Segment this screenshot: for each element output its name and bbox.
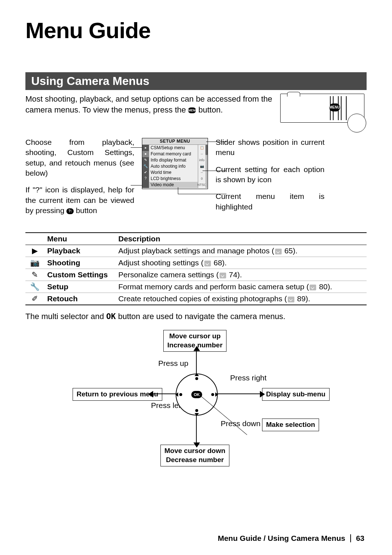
lcd-val: 📋	[198, 145, 205, 151]
lcd-icon: 🔧	[142, 163, 149, 170]
lcd-icon: ●	[142, 151, 149, 157]
dn-l2: Decrease number	[166, 456, 224, 464]
press-right-label: Press right	[230, 374, 266, 382]
th-desc: Description	[115, 233, 367, 245]
menu-table: Menu Description ▶PlaybackAdjust playbac…	[25, 232, 367, 305]
press-up-label: Press up	[158, 359, 188, 368]
help-button-icon: ?⃝	[66, 208, 74, 214]
intro-text: Most shooting, playback, and setup optio…	[25, 94, 273, 115]
menu-row-desc: Adjust shooting settings ( 68).	[115, 257, 367, 269]
lcd-values: 📋 -- info 📷 -- 0 NTSC	[198, 145, 205, 188]
page-ref-icon	[288, 297, 294, 302]
lcd-icon: ?	[142, 176, 149, 182]
table-row: ✐RetouchCreate retouched copies of exist…	[25, 293, 367, 305]
lcd-item: World time	[149, 170, 198, 176]
th-menu: Menu	[44, 233, 115, 245]
lcd-screenshot: SETUP MENU ▸ ● ✎ 🔧 ✔ ? CSM/Setup menu Fo…	[142, 138, 208, 189]
menu-row-icon: ✐	[25, 293, 44, 305]
ok-label-inline: OK	[106, 312, 116, 321]
page-title: Menu Guide	[25, 17, 367, 43]
menu-row-icon: ✎	[25, 269, 44, 281]
lcd-val: 0	[198, 176, 205, 182]
lcd-item: Format memory card	[149, 151, 198, 157]
right-note-1: Slider shows position in current menu	[216, 137, 324, 158]
intro-text-part2: button.	[196, 105, 222, 114]
menu-row-name: Shooting	[44, 257, 115, 269]
lcd-item: CSM/Setup menu	[149, 145, 198, 151]
menu-row-name: Playback	[44, 245, 115, 257]
right-note-3: Current menu item is highlighted	[216, 191, 324, 212]
left-note-1: Choose from playback, shooting, Custom S…	[25, 137, 134, 178]
lcd-val: info	[198, 157, 205, 163]
table-row: 📷ShootingAdjust shooting settings ( 68).	[25, 257, 367, 269]
lcd-val: --	[198, 151, 205, 157]
table-row: ▶PlaybackAdjust playback settings and ma…	[25, 245, 367, 257]
lcd-val: NTSC	[198, 182, 205, 188]
make-selection-box: Make selection	[262, 419, 319, 431]
page-footer: Menu Guide / Using Camera Menus 63	[0, 534, 392, 543]
footer-path: Menu Guide / Using Camera Menus	[218, 534, 345, 543]
right-note-2: Current setting for each option is shown…	[216, 164, 324, 185]
section-heading: Using Camera Menus	[25, 72, 367, 90]
menu-row-desc: Personalize camera settings ( 74).	[115, 269, 367, 281]
nav-text: The multi selector and OK button are use…	[25, 312, 367, 321]
lcd-val: 📷	[198, 163, 205, 170]
lcd-item-selected: Video mode	[149, 182, 198, 188]
selector-diagram: Move cursor up Increase number Return to…	[47, 330, 345, 468]
menu-row-desc: Adjust playback settings and manage phot…	[115, 245, 367, 257]
menu-button-icon: MENU	[188, 107, 196, 113]
lcd-item: Auto shooting info	[149, 163, 198, 170]
lcd-title: SETUP MENU	[142, 138, 208, 145]
menu-row-desc: Format memory cards and perform basic ca…	[115, 281, 367, 293]
press-down-label: Press down	[221, 419, 261, 428]
menu-row-name: Custom Settings	[44, 269, 115, 281]
table-row: ✎Custom SettingsPersonalize camera setti…	[25, 269, 367, 281]
lcd-item: Info display format	[149, 157, 198, 163]
menu-row-icon: ▶	[25, 245, 44, 257]
lcd-slider	[205, 145, 208, 188]
left-note-2: If "?" icon is displayed, help for the c…	[25, 185, 134, 216]
footer-page-number: 63	[356, 534, 364, 543]
page-ref-icon	[310, 285, 316, 290]
multi-selector-icon: OK	[176, 374, 218, 416]
menu-row-name: Retouch	[44, 293, 115, 305]
right-l: Display sub-menu	[266, 390, 326, 398]
lcd-icon: ✎	[142, 157, 149, 163]
menu-row-icon: 📷	[25, 257, 44, 269]
down-action-box: Move cursor down Decrease number	[160, 445, 229, 466]
ms-l: Make selection	[266, 421, 315, 428]
table-row: 🔧SetupFormat memory cards and perform ba…	[25, 281, 367, 293]
camera-menu-button-icon: MENU	[329, 103, 340, 111]
right-action-box: Display sub-menu	[262, 388, 330, 401]
nav-text-b: button are used to navigate the camera m…	[116, 312, 285, 321]
lcd-icon-column: ▸ ● ✎ 🔧 ✔ ?	[142, 145, 149, 188]
lcd-icon: ▸	[142, 145, 149, 151]
page-ref-icon	[275, 249, 282, 254]
camera-diagram: MENU	[280, 94, 364, 123]
left-note-2b: button	[74, 206, 97, 215]
page-ref-icon	[204, 261, 211, 266]
lcd-icon: ✔	[142, 170, 149, 176]
menu-row-name: Setup	[44, 281, 115, 293]
page-ref-icon	[220, 273, 226, 278]
menu-row-icon: 🔧	[25, 281, 44, 293]
lcd-options: CSM/Setup menu Format memory card Info d…	[149, 145, 198, 188]
ok-button-icon: OK	[191, 391, 202, 398]
dn-l1: Move cursor down	[164, 447, 225, 454]
lcd-item: LCD brightness	[149, 176, 198, 182]
intro-text-part1: Most shooting, playback, and setup optio…	[25, 94, 272, 114]
left-l: Return to previous menu	[77, 390, 158, 398]
up-l1: Move cursor up	[169, 332, 220, 340]
menu-row-desc: Create retouched copies of existing phot…	[115, 293, 367, 305]
nav-text-a: The multi selector and	[25, 312, 106, 321]
